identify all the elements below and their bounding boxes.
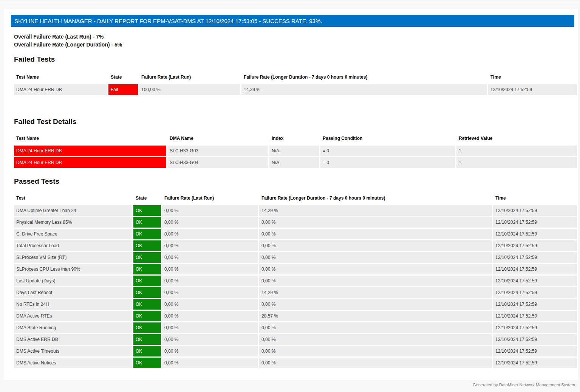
time-cell: 12/10/2024 17:52:59 bbox=[493, 276, 577, 286]
time-cell: 12/10/2024 17:52:59 bbox=[493, 205, 577, 216]
passed-test-row: DMA State Running OK 0,00 % 0,00 % 12/10… bbox=[14, 322, 577, 333]
failure-rate-longer-cell: 0,00 % bbox=[259, 217, 492, 228]
time-cell: 12/10/2024 17:52:59 bbox=[493, 252, 577, 263]
retrieved-value-cell: 1 bbox=[456, 146, 577, 156]
report-title-bar: SKYLINE HEALTH MANAGER - DAILY REPORT FO… bbox=[11, 15, 574, 27]
failure-rate-longer-cell: 0,00 % bbox=[259, 252, 492, 263]
col-test-name: Test Name bbox=[14, 134, 166, 143]
failure-rate-longer-cell: 14,29 % bbox=[259, 287, 492, 298]
test-name-cell: SLProcess VM Size (RT) bbox=[14, 252, 132, 263]
dma-name-cell: SLC-H33-G04 bbox=[167, 157, 268, 168]
report-card: SKYLINE HEALTH MANAGER - DAILY REPORT FO… bbox=[4, 9, 578, 380]
failure-rate-longer-cell: 28,57 % bbox=[259, 311, 492, 321]
failed-tests-rows: DMA 24 Hour ERR DB Fail 100,00 % 14,29 %… bbox=[14, 84, 577, 95]
passed-test-row: C: Drive Free Space OK 0,00 % 0,00 % 12/… bbox=[14, 229, 577, 239]
col-test: Test bbox=[14, 194, 132, 202]
failure-rate-last-run-cell: 0,00 % bbox=[162, 299, 258, 310]
time-cell: 12/10/2024 17:52:59 bbox=[493, 217, 577, 228]
test-name-cell: No RTEs in 24H bbox=[14, 299, 132, 310]
test-name-cell: DMA 24 Hour ERR DB bbox=[14, 157, 166, 168]
state-ok-badge: OK bbox=[133, 217, 161, 228]
test-name-cell: DMA State Running bbox=[14, 322, 132, 333]
col-passing-condition: Passing Condition bbox=[320, 134, 455, 143]
failed-test-details-header-row: Test Name DMA Name Index Passing Conditi… bbox=[14, 134, 577, 143]
failure-rate-last-run-cell: 0,00 % bbox=[162, 229, 258, 239]
dataminer-link[interactable]: DataMiner bbox=[499, 383, 518, 387]
time-cell: 12/10/2024 17:52:59 bbox=[493, 299, 577, 310]
passed-test-row: DMS Active Timeouts OK 0,00 % 0,00 % 12/… bbox=[14, 346, 577, 356]
state-ok-badge: OK bbox=[133, 299, 161, 310]
footer-suffix: Network Management System. bbox=[518, 383, 576, 387]
test-name-cell: DMA 24 Hour ERR DB bbox=[14, 146, 166, 156]
time-cell: 12/10/2024 17:52:59 bbox=[493, 264, 577, 274]
overall-failure-summary: Overall Failure Rate (Last Run) - 7% Ove… bbox=[14, 33, 122, 49]
failed-test-detail-row: DMA 24 Hour ERR DB SLC-H33-G04 N/A = 0 1 bbox=[14, 157, 577, 168]
col-failure-rate-last-run: Failure Rate (Last Run) bbox=[139, 73, 240, 81]
col-state: State bbox=[133, 194, 161, 202]
passed-tests-header-row: Test State Failure Rate (Last Run) Failu… bbox=[14, 194, 577, 202]
state-ok-badge: OK bbox=[133, 287, 161, 298]
failed-tests-header-row: Test Name State Failure Rate (Last Run) … bbox=[14, 73, 577, 81]
failure-rate-longer-cell: 14,29 % bbox=[241, 84, 487, 95]
test-name-cell: Physical Memory Less 85% bbox=[14, 217, 132, 228]
test-name-cell: SLProcess CPU Less than 90% bbox=[14, 264, 132, 274]
test-name-cell: Total Processor Load bbox=[14, 240, 132, 251]
failed-test-details-rows: DMA 24 Hour ERR DB SLC-H33-G03 N/A = 0 1… bbox=[14, 146, 577, 168]
failure-rate-last-run-cell: 0,00 % bbox=[162, 346, 258, 356]
failure-rate-last-run-cell: 0,00 % bbox=[162, 358, 258, 368]
passed-test-row: SLProcess CPU Less than 90% OK 0,00 % 0,… bbox=[14, 264, 577, 274]
test-name-cell: DMS Active Notices bbox=[14, 358, 132, 368]
col-dma-name: DMA Name bbox=[167, 134, 268, 143]
failed-test-detail-row: DMA 24 Hour ERR DB SLC-H33-G03 N/A = 0 1 bbox=[14, 146, 577, 156]
time-cell: 12/10/2024 17:52:59 bbox=[493, 229, 577, 239]
failure-rate-longer-cell: 0,00 % bbox=[259, 229, 492, 239]
test-name-cell: DMS Active Timeouts bbox=[14, 346, 132, 356]
col-state: State bbox=[108, 73, 138, 81]
time-cell: 12/10/2024 17:52:59 bbox=[493, 358, 577, 368]
time-cell: 12/10/2024 17:52:59 bbox=[493, 311, 577, 321]
index-cell: N/A bbox=[269, 157, 319, 168]
passed-test-row: SLProcess VM Size (RT) OK 0,00 % 0,00 % … bbox=[14, 252, 577, 263]
failure-rate-longer-cell: 0,00 % bbox=[259, 276, 492, 286]
passed-test-row: Total Processor Load OK 0,00 % 0,00 % 12… bbox=[14, 240, 577, 251]
dma-name-cell: SLC-H33-G03 bbox=[167, 146, 268, 156]
failed-test-details-heading: Failed Test Details bbox=[14, 117, 76, 127]
state-ok-badge: OK bbox=[133, 229, 161, 239]
time-cell: 12/10/2024 17:52:59 bbox=[493, 322, 577, 333]
failure-rate-longer-cell: 0,00 % bbox=[259, 358, 492, 368]
test-name-cell: DMA Active RTEs bbox=[14, 311, 132, 321]
passed-test-row: Physical Memory Less 85% OK 0,00 % 0,00 … bbox=[14, 217, 577, 228]
time-cell: 12/10/2024 17:52:59 bbox=[493, 287, 577, 298]
col-failure-rate-longer: Failure Rate (Longer Duration - 7 days 0… bbox=[241, 73, 487, 81]
passed-test-row: Last Update (Days) OK 0,00 % 0,00 % 12/1… bbox=[14, 276, 577, 286]
state-fail-badge: Fail bbox=[108, 84, 138, 95]
passed-test-row: DMS Active ERR DB OK 0,00 % 0,00 % 12/10… bbox=[14, 334, 577, 345]
col-time: Time bbox=[493, 194, 577, 202]
state-ok-badge: OK bbox=[133, 358, 161, 368]
failure-rate-last-run-cell: 100,00 % bbox=[139, 84, 240, 95]
failure-rate-longer-cell: 0,00 % bbox=[259, 334, 492, 345]
failure-rate-longer-cell: 0,00 % bbox=[259, 264, 492, 274]
passed-tests-rows: DMA Uptime Greater Than 24 OK 0,00 % 14,… bbox=[14, 205, 577, 368]
failure-rate-longer-cell: 0,00 % bbox=[259, 322, 492, 333]
state-ok-badge: OK bbox=[133, 264, 161, 274]
state-ok-badge: OK bbox=[133, 322, 161, 333]
failure-rate-last-run-cell: 0,00 % bbox=[162, 276, 258, 286]
passed-tests-table: Test State Failure Rate (Last Run) Failu… bbox=[14, 194, 577, 369]
failed-tests-table: Test Name State Failure Rate (Last Run) … bbox=[14, 73, 577, 96]
test-name-cell: DMA 24 Hour ERR DB bbox=[14, 84, 107, 95]
passing-condition-cell: = 0 bbox=[320, 157, 455, 168]
failure-rate-last-run-cell: 0,00 % bbox=[162, 264, 258, 274]
test-name-cell: DMS Active ERR DB bbox=[14, 334, 132, 345]
failure-rate-last-run-cell: 0,00 % bbox=[162, 252, 258, 263]
col-failure-rate-last-run: Failure Rate (Last Run) bbox=[162, 194, 258, 202]
time-cell: 12/10/2024 17:52:59 bbox=[493, 346, 577, 356]
passed-tests-heading: Passed Tests bbox=[14, 177, 59, 186]
passed-test-row: Days Last Reboot OK 0,00 % 14,29 % 12/10… bbox=[14, 287, 577, 298]
failure-rate-last-run-cell: 0,00 % bbox=[162, 287, 258, 298]
col-retrieved-value: Retrieved Value bbox=[456, 134, 577, 143]
failure-rate-last-run-cell: 0,00 % bbox=[162, 311, 258, 321]
summary-line-last-run: Overall Failure Rate (Last Run) - 7% bbox=[14, 33, 122, 41]
time-cell: 12/10/2024 17:52:59 bbox=[488, 84, 577, 95]
passed-test-row: DMA Active RTEs OK 0,00 % 28,57 % 12/10/… bbox=[14, 311, 577, 321]
